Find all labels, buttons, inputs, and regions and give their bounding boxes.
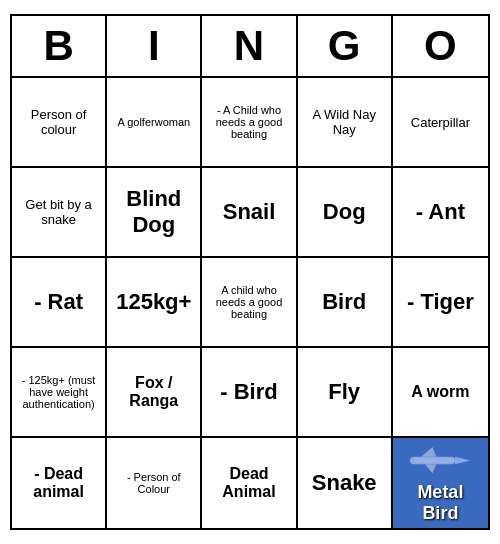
bingo-cell-10: - Rat (12, 258, 107, 348)
cell-text-5: Get bit by a snake (16, 197, 101, 227)
cell-text-13: Bird (322, 289, 366, 315)
header-g: G (298, 16, 393, 76)
cell-text-6: Blind Dog (111, 186, 196, 238)
cell-text-22: Dead Animal (206, 465, 291, 501)
cell-text-10: - Rat (34, 289, 83, 315)
svg-marker-2 (422, 447, 437, 457)
cell-text-15: - 125kg+ (must have weight authenticatio… (16, 374, 101, 410)
cell-text-20: - Dead animal (16, 465, 101, 501)
plane-background: MetalBird (393, 438, 488, 528)
cell-text-9: - Ant (416, 199, 465, 225)
bingo-cell-18: Fly (298, 348, 393, 438)
cell-text-8: Dog (323, 199, 366, 225)
header-i: I (107, 16, 202, 76)
cell-text-7: Snail (223, 199, 276, 225)
bingo-header: B I N G O (12, 16, 488, 78)
bingo-cell-14: - Tiger (393, 258, 488, 348)
svg-marker-3 (425, 464, 436, 473)
bingo-cell-11: 125kg+ (107, 258, 202, 348)
bingo-grid: Person of colourA golferwoman- A Child w… (12, 78, 488, 528)
cell-text-17: - Bird (220, 379, 277, 405)
header-b: B (12, 16, 107, 76)
bingo-cell-2: - A Child who needs a good beating (202, 78, 297, 168)
bingo-cell-15: - 125kg+ (must have weight authenticatio… (12, 348, 107, 438)
cell-text-12: A child who needs a good beating (206, 284, 291, 320)
cell-text-0: Person of colour (16, 107, 101, 137)
cell-text-3: A Wild Nay Nay (302, 107, 387, 137)
svg-rect-4 (414, 458, 455, 463)
cell-text-14: - Tiger (407, 289, 474, 315)
cell-text-19: A worm (411, 383, 469, 401)
bingo-cell-16: Fox / Ranga (107, 348, 202, 438)
cell-text-18: Fly (328, 379, 360, 405)
bingo-cell-13: Bird (298, 258, 393, 348)
bingo-cell-17: - Bird (202, 348, 297, 438)
bingo-cell-12: A child who needs a good beating (202, 258, 297, 348)
bingo-cell-7: Snail (202, 168, 297, 258)
bingo-cell-4: Caterpillar (393, 78, 488, 168)
bingo-cell-5: Get bit by a snake (12, 168, 107, 258)
bingo-cell-20: - Dead animal (12, 438, 107, 528)
header-o: O (393, 16, 488, 76)
bingo-cell-8: Dog (298, 168, 393, 258)
bingo-cell-9: - Ant (393, 168, 488, 258)
svg-marker-1 (455, 457, 470, 465)
bingo-cell-6: Blind Dog (107, 168, 202, 258)
bingo-cell-0: Person of colour (12, 78, 107, 168)
bingo-cell-3: A Wild Nay Nay (298, 78, 393, 168)
bingo-cell-24: MetalBird (393, 438, 488, 528)
bingo-cell-21: - Person of Colour (107, 438, 202, 528)
cell-text-23: Snake (312, 470, 377, 496)
cell-text-16: Fox / Ranga (111, 374, 196, 410)
header-n: N (202, 16, 297, 76)
metal-bird-label: MetalBird (417, 482, 463, 524)
bingo-cell-23: Snake (298, 438, 393, 528)
cell-text-1: A golferwoman (117, 116, 190, 128)
cell-text-2: - A Child who needs a good beating (206, 104, 291, 140)
bingo-cell-22: Dead Animal (202, 438, 297, 528)
cell-text-4: Caterpillar (411, 115, 470, 130)
cell-text-11: 125kg+ (116, 289, 191, 315)
bingo-cell-1: A golferwoman (107, 78, 202, 168)
plane-icon (410, 442, 470, 482)
bingo-card: B I N G O Person of colourA golferwoman-… (10, 14, 490, 530)
cell-text-21: - Person of Colour (111, 471, 196, 495)
bingo-cell-19: A worm (393, 348, 488, 438)
